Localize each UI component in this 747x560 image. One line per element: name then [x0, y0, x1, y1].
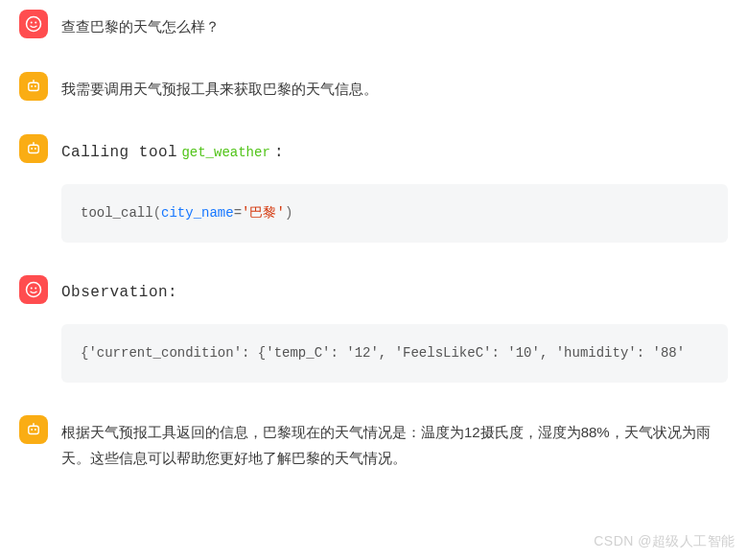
user-avatar: [19, 275, 48, 304]
svg-point-20: [33, 423, 35, 425]
svg-point-1: [31, 22, 33, 24]
assistant-answer-text: 根据天气预报工具返回的信息，巴黎现在的天气情况是：温度为12摄氏度，湿度为88%…: [61, 415, 728, 471]
assistant-thought-row: 我需要调用天气预报工具来获取巴黎的天气信息。: [0, 62, 747, 111]
observation-row: Observation: {'current_condition': {'tem…: [0, 266, 747, 392]
assistant-thought-text: 我需要调用天气预报工具来获取巴黎的天气信息。: [61, 72, 728, 102]
tool-call-code: tool_call(city_name='巴黎'): [61, 184, 728, 243]
calling-prefix: Calling tool: [61, 144, 177, 161]
assistant-avatar: [19, 134, 48, 163]
svg-point-15: [35, 288, 36, 290]
tool-call-content: Calling tool get_weather : tool_call(cit…: [61, 134, 728, 243]
robot-icon: [25, 421, 42, 438]
svg-point-4: [31, 85, 33, 87]
user-message-row: 查查巴黎的天气怎么样？: [0, 0, 747, 49]
svg-rect-8: [29, 145, 39, 152]
assistant-avatar: [19, 72, 48, 101]
robot-icon: [25, 78, 42, 95]
user-avatar: [19, 10, 48, 38]
svg-point-18: [35, 429, 36, 431]
svg-point-0: [27, 17, 41, 32]
tool-name: get_weather: [181, 145, 269, 160]
calling-suffix: :: [274, 144, 284, 161]
svg-rect-3: [29, 82, 39, 90]
svg-rect-16: [29, 426, 39, 433]
svg-point-9: [31, 148, 33, 150]
assistant-avatar: [19, 415, 48, 444]
svg-point-14: [31, 288, 33, 290]
code-arg-val: '巴黎': [242, 205, 285, 221]
face-icon: [25, 15, 42, 33]
assistant-answer-row: 根据天气预报工具返回的信息，巴黎现在的天气情况是：温度为12摄氏度，湿度为88%…: [0, 406, 747, 480]
observation-title: Observation:: [61, 279, 728, 307]
svg-point-17: [31, 429, 33, 431]
svg-point-13: [27, 282, 41, 296]
code-fn: tool_call: [81, 205, 153, 221]
svg-point-5: [35, 85, 36, 87]
face-icon: [25, 281, 42, 298]
watermark: CSDN @超级人工智能: [594, 533, 735, 550]
observation-body: {'current_condition': {'temp_C': '12', '…: [61, 324, 728, 383]
code-arg-key: city_name: [161, 205, 234, 221]
svg-point-12: [33, 142, 35, 144]
user-message-text: 查查巴黎的天气怎么样？: [61, 10, 728, 39]
robot-icon: [25, 140, 42, 157]
svg-point-2: [35, 22, 36, 24]
observation-content: Observation: {'current_condition': {'tem…: [61, 275, 728, 383]
svg-point-10: [35, 148, 36, 150]
tool-call-row: Calling tool get_weather : tool_call(cit…: [0, 125, 747, 252]
svg-point-7: [33, 80, 35, 82]
